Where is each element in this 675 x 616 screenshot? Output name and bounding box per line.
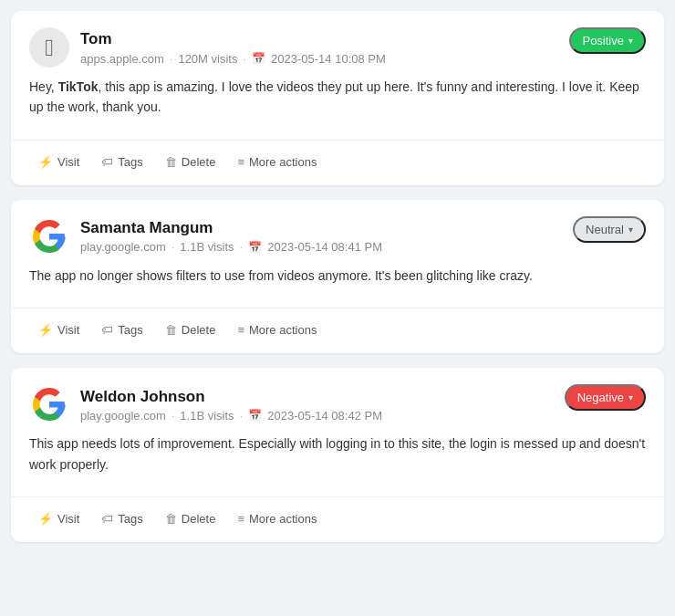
separator: · (240, 240, 244, 254)
visit-icon: ⚡ (38, 155, 53, 169)
avatar (29, 384, 69, 424)
user-source: apps.apple.com (80, 52, 164, 66)
card-card-tom:  Tom apps.apple.com · 120M visits · 📅 2… (11, 11, 664, 185)
visit-label: Visit (57, 323, 79, 337)
separator: · (171, 240, 175, 254)
card-card-samanta: Samanta Mangum play.google.com · 1.1B vi… (11, 200, 664, 353)
more-icon: ≡ (237, 155, 244, 169)
separator: · (171, 409, 175, 423)
delete-label: Delete (182, 155, 216, 169)
user-date: 2023-05-14 10:08 PM (271, 52, 386, 66)
visit-icon: ⚡ (38, 512, 53, 526)
sentiment-badge[interactable]: Neutral ▾ (573, 216, 646, 243)
visit-button[interactable]: ⚡ Visit (29, 318, 88, 342)
more-icon: ≡ (237, 323, 244, 337)
review-text: Hey, TikTok, this app is amazing. I love… (29, 77, 646, 118)
sentiment-label: Neutral (586, 223, 624, 236)
more-actions-label: More actions (249, 155, 317, 169)
tags-button[interactable]: 🏷 Tags (92, 506, 151, 531)
review-text: The app no longer shows filters to use f… (29, 266, 646, 286)
delete-button[interactable]: 🗑 Delete (156, 506, 225, 531)
more-actions-label: More actions (249, 512, 317, 526)
card-card-weldon: Weldon Johnson play.google.com · 1.1B vi… (11, 368, 664, 542)
sentiment-label: Negative (577, 391, 624, 404)
user-source: play.google.com (80, 240, 166, 254)
more-icon: ≡ (237, 512, 244, 526)
sentiment-badge[interactable]: Negative ▾ (565, 384, 646, 411)
avatar (29, 216, 69, 256)
visit-label: Visit (57, 155, 79, 169)
tags-button[interactable]: 🏷 Tags (92, 150, 151, 174)
tags-label: Tags (118, 512, 142, 526)
tags-label: Tags (118, 155, 142, 169)
separator: · (240, 409, 244, 423)
delete-label: Delete (182, 323, 216, 337)
review-text: This app needs lots of improvement. Espe… (29, 433, 646, 475)
more-actions-button[interactable]: ≡ More actions (228, 318, 326, 342)
user-name: Samanta Mangum (80, 218, 382, 238)
user-name: Tom (80, 29, 386, 49)
more-actions-button[interactable]: ≡ More actions (228, 150, 326, 174)
avatar:  (29, 27, 69, 68)
chevron-down-icon: ▾ (628, 224, 633, 235)
visit-label: Visit (57, 512, 79, 526)
tag-icon: 🏷 (101, 155, 113, 169)
delete-button[interactable]: 🗑 Delete (156, 318, 225, 342)
tags-label: Tags (118, 323, 142, 337)
sentiment-label: Positive (582, 34, 624, 47)
delete-label: Delete (182, 512, 216, 526)
more-actions-label: More actions (249, 323, 317, 337)
more-actions-button[interactable]: ≡ More actions (228, 506, 326, 531)
calendar-icon: 📅 (248, 409, 262, 422)
tags-button[interactable]: 🏷 Tags (92, 318, 151, 342)
user-visits: 1.1B visits (180, 409, 234, 423)
user-visits: 120M visits (178, 52, 237, 66)
delete-button[interactable]: 🗑 Delete (156, 150, 225, 174)
sentiment-badge[interactable]: Positive ▾ (569, 27, 646, 54)
user-source: play.google.com (80, 409, 166, 423)
separator: · (170, 52, 173, 66)
tag-icon: 🏷 (101, 323, 113, 337)
tag-icon: 🏷 (101, 512, 113, 526)
user-name: Weldon Johnson (80, 387, 382, 407)
delete-icon: 🗑 (165, 512, 177, 526)
visit-icon: ⚡ (38, 323, 53, 337)
calendar-icon: 📅 (248, 241, 262, 254)
user-visits: 1.1B visits (180, 240, 234, 254)
delete-icon: 🗑 (165, 323, 177, 337)
visit-button[interactable]: ⚡ Visit (29, 150, 88, 174)
delete-icon: 🗑 (165, 155, 177, 169)
user-date: 2023-05-14 08:41 PM (267, 240, 382, 254)
chevron-down-icon: ▾ (628, 36, 633, 46)
separator: · (243, 52, 246, 66)
visit-button[interactable]: ⚡ Visit (29, 506, 88, 531)
user-date: 2023-05-14 08:42 PM (267, 409, 382, 423)
calendar-icon: 📅 (252, 52, 265, 65)
chevron-down-icon: ▾ (628, 392, 633, 402)
